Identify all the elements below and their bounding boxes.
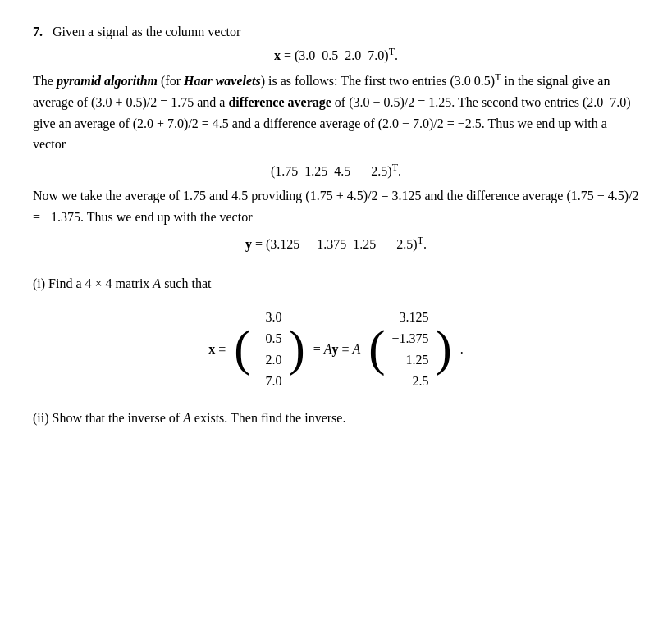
- problem-intro: Given a signal as the column vector: [53, 25, 240, 39]
- right-bracket-x: ): [288, 324, 304, 374]
- y-col-values: 3.125 −1.375 1.25 −2.5: [387, 304, 434, 395]
- problem-number: 7.: [33, 25, 43, 39]
- matrix-eq-x: x ≡: [208, 342, 226, 357]
- period: .: [460, 342, 464, 357]
- x-col-values: 3.0 0.5 2.0 7.0: [252, 304, 286, 395]
- x-matrix: ( 3.0 0.5 2.0 7.0 ): [234, 304, 305, 395]
- vector2-equation: y = (3.125 − 1.375 1.25 − 2.5)T.: [33, 235, 639, 252]
- matrix-equation: x ≡ ( 3.0 0.5 2.0 7.0 ) = Ay ≡ A ( 3.125…: [33, 304, 639, 395]
- eq-mid: = Ay ≡ A: [313, 342, 361, 357]
- body-paragraph-1: The pyramid algorithm (for Haar wavelets…: [33, 70, 639, 155]
- signal-equation: x = (3.0 0.5 2.0 7.0)T.: [33, 46, 639, 63]
- left-bracket-y: (: [368, 324, 385, 374]
- right-bracket-y: ): [436, 324, 452, 374]
- part-i-label: (i) Find a 4 × 4 matrix A such that: [33, 276, 639, 291]
- vector1-equation: (1.75 1.25 4.5 − 2.5)T.: [33, 162, 639, 179]
- body-paragraph-2: Now we take the average of 1.75 and 4.5 …: [33, 185, 639, 227]
- left-bracket-x: (: [234, 324, 250, 374]
- y-matrix: ( 3.125 −1.375 1.25 −2.5 ): [368, 304, 452, 395]
- part-ii-label: (ii) Show that the inverse of A exists. …: [33, 411, 639, 426]
